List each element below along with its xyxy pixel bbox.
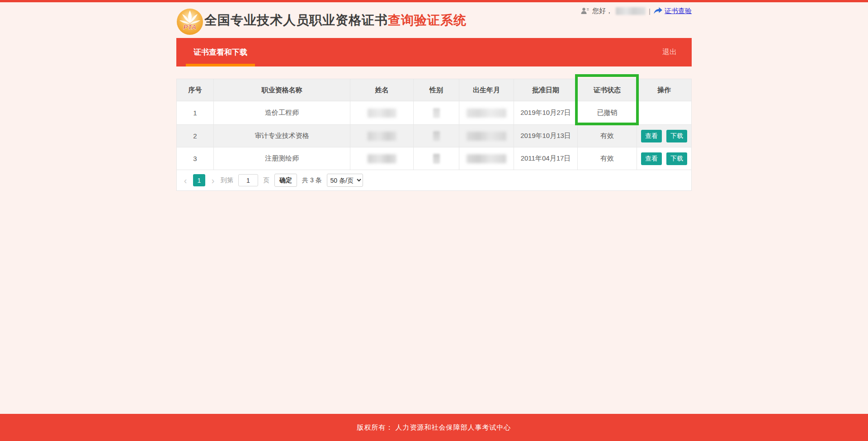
- col-header-index: 序号: [177, 79, 214, 101]
- confirm-button[interactable]: 确定: [274, 174, 297, 187]
- page-title-main: 全国专业技术人员职业资格证书: [204, 12, 388, 29]
- row-status: 有效: [578, 147, 637, 170]
- certificate-table: 序号 职业资格名称 姓名 性别 出生年月 批准日期 证书状态 操作 1 造价工程…: [176, 79, 692, 191]
- row-birth-redacted: [459, 125, 514, 147]
- col-header-qualification: 职业资格名称: [214, 79, 350, 101]
- download-button[interactable]: 下载: [666, 152, 687, 165]
- row-actions-empty: [637, 101, 691, 124]
- row-name-redacted: [350, 147, 414, 170]
- row-gender-redacted: [414, 147, 459, 170]
- row-name-redacted: [350, 101, 414, 124]
- row-qualification: 注册测绘师: [214, 147, 350, 170]
- row-actions: 查看 下载: [637, 147, 691, 170]
- col-header-name: 姓名: [350, 79, 414, 101]
- pagination-bar: ‹ 1 › 到第 页 确定 共 3 条 50 条/页: [177, 170, 691, 190]
- goto-suffix-label: 页: [263, 176, 269, 185]
- col-header-approval-date: 批准日期: [514, 79, 578, 101]
- col-header-gender: 性别: [414, 79, 459, 101]
- col-header-birth: 出生年月: [459, 79, 514, 101]
- row-index: 3: [177, 147, 214, 170]
- download-button[interactable]: 下载: [666, 130, 687, 142]
- pta-logo-icon: PTA: [176, 8, 203, 35]
- row-qualification: 审计专业技术资格: [214, 125, 350, 147]
- prev-page-icon[interactable]: ‹: [183, 176, 188, 185]
- row-gender-redacted: [414, 101, 459, 124]
- share-arrow-icon: [654, 7, 662, 14]
- total-count-label: 共 3 条: [302, 176, 322, 185]
- row-index: 2: [177, 125, 214, 147]
- next-page-icon[interactable]: ›: [210, 176, 216, 185]
- greeting-text: 您好，: [592, 7, 613, 15]
- footer-bar: 版权所有： 人力资源和社会保障部人事考试中心: [0, 414, 868, 441]
- row-index: 1: [177, 101, 214, 124]
- page-size-select[interactable]: 50 条/页: [327, 174, 363, 187]
- pta-logo-text: PTA: [184, 23, 197, 31]
- row-gender-redacted: [414, 125, 459, 147]
- user-icon: [581, 7, 589, 14]
- page-title: 全国专业技术人员职业资格证书查询验证系统: [204, 2, 467, 38]
- certificate-verify-link[interactable]: 证书查验: [654, 7, 692, 15]
- row-qualification: 造价工程师: [214, 101, 350, 124]
- table-row: 3 注册测绘师 2011年04月17日 有效 查看 下载: [177, 147, 691, 170]
- row-approval-date: 2019年10月27日: [514, 101, 578, 124]
- row-name-redacted: [350, 125, 414, 147]
- row-approval-date: 2019年10月13日: [514, 125, 578, 147]
- current-page-button[interactable]: 1: [193, 174, 205, 186]
- row-status: 有效: [578, 125, 637, 147]
- certificate-verify-label: 证书查验: [665, 7, 692, 15]
- col-header-status: 证书状态: [578, 79, 637, 101]
- table-row: 2 审计专业技术资格 2019年10月13日 有效 查看 下载: [177, 124, 691, 147]
- logout-button[interactable]: 退出: [662, 38, 677, 66]
- view-button[interactable]: 查看: [641, 130, 662, 142]
- logout-label: 退出: [662, 47, 677, 57]
- tab-certificate-view-download[interactable]: 证书查看和下载: [193, 38, 247, 66]
- goto-prefix-label: 到第: [221, 176, 233, 185]
- row-status: 已撤销: [578, 101, 637, 124]
- copyright-text: 版权所有： 人力资源和社会保障部人事考试中心: [357, 423, 511, 432]
- row-actions: 查看 下载: [637, 125, 691, 147]
- user-area: 您好， | 证书查验: [581, 0, 692, 22]
- view-button[interactable]: 查看: [641, 152, 662, 165]
- goto-page-input[interactable]: [238, 174, 258, 186]
- row-birth-redacted: [459, 147, 514, 170]
- separator: |: [649, 7, 651, 15]
- page-title-system: 查询验证系统: [388, 12, 467, 29]
- nav-bar: 证书查看和下载 退出: [176, 38, 692, 66]
- certificate-query-page: PTA 全国专业技术人员职业资格证书查询验证系统 您好， | 证书查验 证书查看…: [0, 0, 868, 441]
- username-redacted: [616, 7, 646, 15]
- tab-label: 证书查看和下载: [193, 47, 247, 57]
- pta-logo: PTA: [176, 8, 203, 35]
- col-header-actions: 操作: [637, 79, 691, 101]
- row-birth-redacted: [459, 101, 514, 124]
- table-row: 1 造价工程师 2019年10月27日 已撤销: [177, 101, 691, 124]
- table-header-row: 序号 职业资格名称 姓名 性别 出生年月 批准日期 证书状态 操作: [177, 79, 691, 101]
- row-approval-date: 2011年04月17日: [514, 147, 578, 170]
